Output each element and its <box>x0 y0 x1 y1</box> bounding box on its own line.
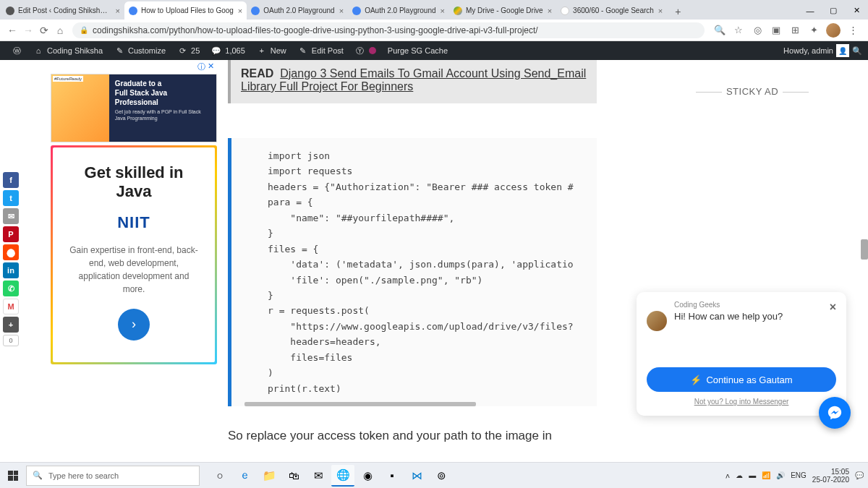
close-window-button[interactable]: ✕ <box>845 1 868 20</box>
chat-notyou-link[interactable]: Not you? Log into Messenger <box>647 398 836 406</box>
extensions-icon[interactable]: ✦ <box>807 24 820 37</box>
wp-yoast[interactable]: Ⓨ <box>349 46 382 56</box>
battery-icon[interactable]: ▬ <box>749 471 756 479</box>
ext-2-icon[interactable]: ▣ <box>770 24 783 37</box>
close-icon[interactable]: × <box>441 7 445 15</box>
ext-3-icon[interactable]: ⊞ <box>788 24 801 37</box>
window-controls: — ▢ ✕ <box>799 1 868 20</box>
wp-search-icon[interactable]: 🔍 <box>852 46 862 56</box>
tab-edit-post[interactable]: Edit Post ‹ Coding Shiksha —× <box>1 1 124 20</box>
read-link[interactable]: Django 3 Send Emails To Gmail Account Us… <box>241 67 586 93</box>
tray-up-icon[interactable]: ʌ <box>726 471 730 479</box>
notifications-icon[interactable]: 💬 <box>855 471 864 479</box>
wp-logo[interactable]: ⓦ <box>6 46 27 56</box>
tab-google-search[interactable]: 3600/60 - Google Search× <box>556 1 667 20</box>
read-tag: READ <box>241 67 273 80</box>
tab-oauth-playground-2[interactable]: OAuth 2.0 Playground× <box>348 1 449 20</box>
menu-icon[interactable]: ⋮ <box>846 24 859 37</box>
zoom-icon[interactable]: 🔍 <box>713 24 726 37</box>
ad-photo <box>51 74 109 142</box>
terminal-icon[interactable]: ▪ <box>380 465 404 487</box>
pinterest-icon[interactable]: P <box>3 226 19 242</box>
wp-customize[interactable]: ✎Customize <box>109 46 171 56</box>
profile-avatar[interactable] <box>826 23 841 38</box>
wifi-icon[interactable]: 📶 <box>762 471 770 479</box>
ext-1-icon[interactable]: ◎ <box>751 24 764 37</box>
code-block: import json import requests headers = {"… <box>228 138 597 406</box>
start-button[interactable] <box>0 463 26 489</box>
obs-icon[interactable]: ◉ <box>356 465 379 487</box>
reddit-icon[interactable]: ⬤ <box>3 244 19 260</box>
messenger-icon <box>827 405 843 421</box>
tab-my-drive[interactable]: My Drive - Google Drive× <box>449 1 556 20</box>
left-ad: ⓘ✕ Graduate to a Full Stack Java Profess… <box>51 60 217 364</box>
forward-button[interactable]: → <box>20 22 36 38</box>
ad-header[interactable]: Graduate to a Full Stack Java Profession… <box>51 74 217 142</box>
tab-oauth-playground-1[interactable]: OAuth 2.0 Playground× <box>247 1 348 20</box>
close-icon[interactable]: × <box>238 7 242 15</box>
address-bar[interactable]: 🔒 codingshiksha.com/python/how-to-upload… <box>72 22 705 38</box>
whatsapp-icon[interactable]: ✆ <box>3 281 19 296</box>
reload-button[interactable]: ⟳ <box>36 22 52 38</box>
wp-updates[interactable]: ⟳25 <box>171 46 205 56</box>
home-button[interactable]: ⌂ <box>52 22 68 38</box>
chat-widget: Coding Geeks Hi! How can we help you? × … <box>637 292 846 416</box>
close-icon[interactable]: × <box>548 7 552 15</box>
chat-close-icon[interactable]: × <box>830 301 836 314</box>
explorer-icon[interactable]: 📁 <box>258 465 281 487</box>
linkedin-icon[interactable]: in <box>3 262 19 278</box>
gmail-icon[interactable]: M <box>3 299 19 314</box>
chat-continue-button[interactable]: ⚡Continue as Gautam <box>647 367 836 392</box>
tab-how-to-upload[interactable]: How to Upload Files to Goog× <box>124 1 247 20</box>
share-icon[interactable]: + <box>3 317 19 333</box>
close-icon[interactable]: × <box>116 7 120 15</box>
ad-logo: NIIT <box>67 213 200 232</box>
new-tab-button[interactable]: + <box>670 4 686 20</box>
wp-edit[interactable]: ✎Edit Post <box>292 46 349 56</box>
chrome-icon[interactable]: 🌐 <box>331 465 354 487</box>
email-icon[interactable]: ✉ <box>3 208 19 224</box>
mail-icon[interactable]: ✉ <box>307 465 330 487</box>
twitter-icon[interactable]: t <box>3 190 19 206</box>
app-icon[interactable]: ⊚ <box>430 465 453 487</box>
back-button[interactable]: ← <box>4 22 20 38</box>
wp-comments[interactable]: 💬1,065 <box>205 46 251 56</box>
article-main: READ Django 3 Send Emails To Gmail Accou… <box>228 60 597 445</box>
taskbar-search[interactable]: 🔍Type here to search <box>26 466 200 486</box>
minimize-button[interactable]: — <box>799 1 822 20</box>
wp-howdy[interactable]: Howdy, admin <box>783 46 833 55</box>
vscode-icon[interactable]: ⋈ <box>405 465 428 487</box>
share-count: 0 <box>3 335 19 346</box>
scrollbar-thumb[interactable] <box>861 239 868 260</box>
wp-profile-icon[interactable]: 👤 <box>836 44 849 57</box>
wp-new[interactable]: +New <box>251 46 292 56</box>
url-bar: ← → ⟳ ⌂ 🔒 codingshiksha.com/python/how-t… <box>0 20 868 41</box>
volume-icon[interactable]: 🔊 <box>776 471 785 479</box>
edge-icon[interactable]: ｅ <box>233 465 256 487</box>
wp-site[interactable]: ⌂Coding Shiksha <box>27 46 109 56</box>
wp-purge[interactable]: Purge SG Cache <box>382 46 454 55</box>
facebook-icon[interactable]: f <box>3 172 19 188</box>
ad-head-sub: Get job ready with a PGP in Full Stack J… <box>115 108 210 121</box>
ad-controls: ⓘ✕ <box>51 60 217 74</box>
ad-arrow-button[interactable]: › <box>118 309 150 341</box>
cortana-icon[interactable]: ○ <box>208 465 231 487</box>
lang-indicator[interactable]: ENG <box>791 471 807 479</box>
close-icon[interactable]: × <box>658 7 663 15</box>
ad-close-icon[interactable]: ✕ <box>208 61 214 72</box>
onedrive-icon[interactable]: ☁ <box>736 471 743 479</box>
messenger-fab[interactable] <box>819 397 851 429</box>
browser-titlebar: Edit Post ‹ Coding Shiksha —× How to Upl… <box>0 0 868 20</box>
code-content[interactable]: import json import requests headers = {"… <box>231 138 597 406</box>
search-icon: 🔍 <box>33 471 43 480</box>
maximize-button[interactable]: ▢ <box>822 1 845 20</box>
star-icon[interactable]: ☆ <box>732 24 745 37</box>
chat-avatar <box>647 311 667 331</box>
chat-message: Hi! How can we help you? <box>674 311 830 322</box>
ad-card[interactable]: Get skilled in Java NIIT Gain expertise … <box>51 145 217 364</box>
store-icon[interactable]: 🛍 <box>282 465 305 487</box>
ad-info-icon[interactable]: ⓘ <box>197 61 205 72</box>
system-tray: ʌ ☁ ▬ 📶 🔊 ENG 15:05 25-07-2020 💬 <box>726 468 868 484</box>
close-icon[interactable]: × <box>339 7 344 15</box>
clock[interactable]: 15:05 25-07-2020 <box>812 468 849 484</box>
